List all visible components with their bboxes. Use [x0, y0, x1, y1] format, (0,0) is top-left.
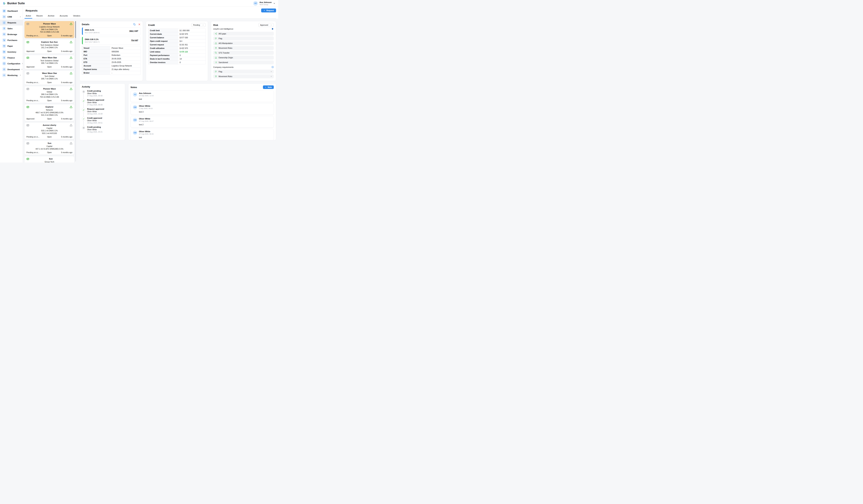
request-card[interactable]: Aurora Liberty Capital 533.1 mt DMA 0.1%… [24, 122, 74, 140]
request-list: Pioneer Wave Logistics Group Network 368… [24, 21, 76, 163]
sidebar-item-finance[interactable]: Finance [0, 55, 23, 61]
request-status: Pending on cr... [26, 136, 42, 138]
request-card[interactable]: Wave Wave Star Tech Solutions Global 305… [24, 55, 74, 69]
row-label: Vessel [82, 46, 110, 50]
tab-active[interactable]: Active [26, 15, 31, 18]
sidebar-item-crm[interactable]: CRM [0, 14, 23, 20]
request-card[interactable]: Explorer Network 468.7 mt VLSFO (RMG380)… [24, 104, 74, 121]
request-state: Open [42, 118, 57, 120]
sidebar-item-inventory[interactable]: Inventory [0, 49, 23, 55]
add-note-button[interactable]: Note [263, 86, 274, 89]
tab-vendors[interactable]: Vendors [73, 15, 80, 18]
request-age: 5 months ago [57, 100, 72, 102]
sidebar-item-dashboard[interactable]: Dashboard [0, 8, 23, 14]
avatar: OW [133, 105, 137, 109]
table-row: Vessel Pioneer Wave [82, 46, 140, 50]
close-icon[interactable] [138, 23, 140, 26]
row-label: Port [82, 53, 110, 57]
event-title: Credit pending [87, 126, 102, 128]
row-label: Account [82, 64, 110, 67]
tab-accounts[interactable]: Accounts [60, 15, 68, 18]
bell-icon [2, 21, 6, 24]
avatar: AJ [253, 1, 258, 6]
account-name: Network [26, 108, 72, 111]
list-scrollbar-thumb[interactable] [75, 21, 76, 38]
sidebar-item-sales[interactable]: Sales [0, 26, 23, 31]
details-panel: Details [79, 21, 143, 81]
request-card[interactable]: Pioneer Wave Global 368.3 mt DMA 0.1% 75… [24, 86, 74, 103]
request-state: Open [42, 81, 57, 83]
request-card[interactable]: Pioneer Wave Logistics Group Network 368… [24, 21, 74, 38]
activity-event-icon [82, 108, 85, 112]
note-date: 24 Sep 2025, 12:33 [139, 95, 154, 96]
credit-status-select[interactable]: Pending [191, 23, 205, 27]
tab-archive[interactable]: Archive [48, 15, 55, 18]
note-item: OW Oliver White 27 Aug 2025, 09:27 test … [130, 116, 274, 128]
warning-icon [70, 88, 72, 90]
chevron-down-icon [271, 24, 272, 26]
sidebar-item-development[interactable]: Development [0, 66, 23, 72]
dollar-icon [2, 27, 6, 30]
row-value: - [110, 71, 140, 75]
request-card[interactable]: Sun Capital 447.1 mt VLSFO (RMG380) 0.5%… [24, 141, 74, 155]
sidebar-item-label: Finance [8, 57, 15, 59]
row-label: Open credit request [148, 39, 178, 43]
sidebar: Dashboard CRM Requests Sales Brokerag [0, 7, 23, 163]
risk-check-sts-transfer: STS Transfer [213, 51, 274, 55]
row-value: $ 4 [178, 39, 205, 43]
requirement-movement-risks[interactable]: Movement Risks [213, 75, 274, 78]
risk-check-ais-gaps: AIS gaps [213, 32, 274, 36]
add-request-button[interactable]: Request [261, 9, 276, 12]
request-state: Open [42, 100, 57, 102]
warning-icon [70, 41, 72, 43]
credit-card-icon [26, 157, 29, 160]
request-status: Pending on cr... [26, 35, 42, 37]
fuel-line: 447.1 mt VLSFO (RMG380) 0.5% [26, 147, 72, 150]
user-menu[interactable]: AJ Ava Johnson Tech Group [253, 1, 275, 6]
request-state: Open [42, 136, 57, 138]
request-card[interactable]: Explorer Sun Sun Tech Solutions Global 1… [24, 39, 74, 54]
bug-icon [2, 67, 6, 71]
copy-icon[interactable] [133, 23, 136, 26]
request-card[interactable]: Wave Wave Star Tech Global 305.7 mt DMA … [24, 70, 74, 85]
account-name: Group Tech [26, 160, 72, 163]
account-name: Capital [26, 145, 72, 147]
requirements-settings-gear-icon[interactable] [272, 66, 274, 68]
tab-bar: Active Recent Archive Accounts Vendors [26, 15, 276, 18]
row-label: Deals in last 6 months [148, 57, 178, 61]
sidebar-item-label: CRM [8, 16, 12, 18]
sidebar-item-brokerage[interactable]: Brokerage [0, 31, 23, 37]
row-label: Payment terms [82, 67, 110, 71]
request-card[interactable]: Sun Group Tech 843.3 mt VLSFO (RMG380) 0… [24, 156, 74, 163]
credit-panel: Credit Pending Credit limit $ [146, 21, 208, 81]
fuel-line: 368.3 mt DMA 0.1% [26, 28, 72, 31]
tab-recent[interactable]: Recent [36, 15, 43, 18]
table-row: Current balance $ 577 030 [148, 36, 205, 39]
request-state: Open [42, 35, 57, 37]
row-value: $ 422 970 [178, 32, 205, 36]
sidebar-item-label: Development [8, 68, 20, 70]
event-title: Request approved [87, 99, 104, 101]
fuel-items: DMA 0.1% 8217:2010 ($639.6) 368.3 MT DMA… [82, 27, 140, 44]
chevron-right-icon [20, 16, 21, 17]
sidebar-item-paper[interactable]: Paper [0, 43, 23, 49]
sidebar-item-monitoring[interactable]: Monitoring [0, 72, 23, 78]
row-value: $ 475 115 [178, 50, 205, 53]
sidebar-item-label: Purchases [8, 39, 17, 41]
sidebar-item-configuration[interactable]: Configuration [0, 61, 23, 66]
fuel-line: 368.3 mt DMA 0.1% [26, 93, 72, 96]
account-name: Logistics Group Network [26, 26, 72, 28]
activity-title: Activity [82, 86, 123, 88]
credit-card-icon [26, 106, 29, 108]
note-date: 27 Aug 2025, 08:46 [139, 133, 153, 135]
sidebar-item-purchases[interactable]: Purchases [0, 37, 23, 43]
fuel-line: 305.7 mt DMA 0.1% [26, 77, 72, 80]
row-value: 9393266 [110, 50, 140, 53]
risk-status-select[interactable]: Approved [258, 23, 274, 27]
table-row: Current deals $ 422 970 [148, 32, 205, 36]
sidebar-item-requests[interactable]: Requests [0, 20, 23, 26]
requirement-flag[interactable]: Flag [213, 70, 274, 74]
table-row: ETD 23-05-2025 [82, 61, 140, 64]
credit-card-icon [26, 56, 29, 59]
chevron-down-icon [271, 76, 272, 77]
